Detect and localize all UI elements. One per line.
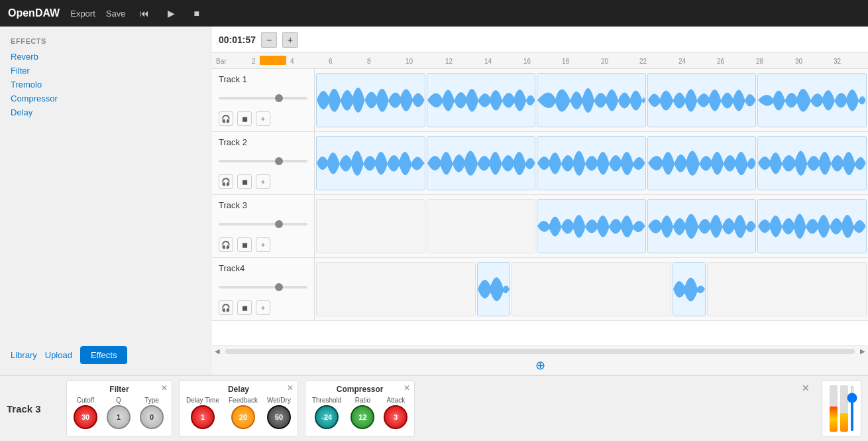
track-header-2: Track 2 🎧 ◼ + (212, 132, 315, 194)
clip-1-4[interactable] (647, 73, 757, 127)
master-volume-slider[interactable] (851, 385, 853, 432)
track-name-1: Track 1 (219, 74, 307, 84)
tracks-area: Track 1 🎧 ◼ + (212, 69, 868, 346)
bar-label-26: 26 (717, 57, 724, 64)
bar-label-bar: Bar (216, 57, 227, 64)
track-controls-4: 🎧 ◼ + (219, 300, 307, 315)
timer-minus-button[interactable]: − (261, 32, 277, 48)
upload-link[interactable]: Upload (45, 350, 72, 360)
stop-button[interactable]: ■ (190, 7, 203, 20)
track-header-1: Track 1 🎧 ◼ + (212, 69, 315, 131)
clip-2-5[interactable] (757, 136, 867, 190)
filter-cutoff-knob[interactable]: 30 (74, 405, 97, 429)
scroll-left-arrow[interactable]: ◀ (212, 347, 223, 355)
delay-wetdry-knob[interactable]: 50 (267, 405, 291, 429)
effect-compressor[interactable]: Compressor (11, 94, 201, 103)
comp-ratio-knob[interactable]: 12 (351, 405, 374, 429)
track-volume-2[interactable] (219, 160, 307, 162)
clip-3-4[interactable] (647, 199, 757, 253)
effect-panel-delay-close[interactable]: ✕ (287, 383, 294, 393)
bar-label-4: 4 (290, 57, 294, 64)
bar-ruler: Bar 2 4 6 8 10 12 14 16 18 20 22 24 26 2… (212, 53, 868, 69)
export-link[interactable]: Export (70, 9, 95, 19)
clip-4-5 (707, 262, 867, 316)
track-volume-3[interactable] (219, 223, 307, 225)
effect-panel-delay: ✕ Delay Delay Time 1 Feedback 20 Wet/Dry… (179, 380, 298, 437)
track-clips-2 (315, 132, 868, 194)
clip-1-2[interactable] (427, 73, 536, 127)
comp-ratio-param: Ratio 12 (351, 397, 374, 429)
clip-4-4[interactable] (673, 262, 706, 316)
comp-threshold-label: Threshold (312, 397, 341, 404)
track-mute-3[interactable]: ◼ (237, 237, 252, 252)
effect-panel-filter-params: Cutoff 30 Q 1 Type 0 (74, 397, 165, 429)
effect-reverb[interactable]: Reverb (11, 52, 201, 62)
scroll-right-arrow[interactable]: ▶ (857, 347, 868, 355)
sidebar-footer: Library Upload Effects (11, 346, 201, 364)
scrollbar-track[interactable] (225, 349, 855, 354)
clip-3-2 (427, 199, 536, 253)
comp-attack-param: Attack 3 (384, 397, 407, 429)
clip-2-1[interactable] (316, 136, 425, 190)
filter-q-knob[interactable]: 1 (107, 405, 131, 429)
track-mute-2[interactable]: ◼ (237, 174, 252, 189)
track-volume-4[interactable] (219, 286, 307, 288)
track-add-1[interactable]: + (256, 111, 270, 126)
volume-meter (822, 380, 861, 437)
track-headphones-3[interactable]: 🎧 (219, 237, 233, 252)
delay-feedback-knob[interactable]: 20 (231, 405, 255, 429)
track-controls-3: 🎧 ◼ + (219, 237, 307, 252)
effect-delay[interactable]: Delay (11, 107, 201, 117)
bottom-panel-close-button[interactable]: ✕ (802, 383, 810, 393)
track-add-3[interactable]: + (256, 237, 270, 252)
track-headphones-4[interactable]: 🎧 (219, 300, 233, 315)
track-mute-4[interactable]: ◼ (237, 300, 252, 315)
clip-4-2[interactable] (477, 262, 510, 316)
play-button[interactable]: ▶ (164, 7, 179, 20)
sidebar-effects-section: EFFECTS Reverb Filter Tremolo Compressor… (11, 37, 201, 121)
comp-threshold-param: Threshold -24 (312, 397, 341, 429)
track-add-2[interactable]: + (256, 174, 270, 189)
clip-3-3[interactable] (537, 199, 646, 253)
delay-time-knob[interactable]: 1 (191, 405, 215, 429)
filter-type-knob[interactable]: 0 (140, 405, 164, 429)
topbar: OpenDAW Export Save ⏮ ▶ ■ (0, 0, 868, 27)
track-mute-1[interactable]: ◼ (237, 111, 252, 126)
clip-2-4[interactable] (647, 136, 757, 190)
filter-q-param: Q 1 (107, 397, 131, 429)
filter-type-label: Type (144, 397, 159, 404)
effects-label: EFFECTS (11, 37, 201, 45)
bar-label-18: 18 (562, 57, 569, 64)
track-name-3: Track 3 (219, 200, 307, 210)
clip-2-2[interactable] (427, 136, 536, 190)
effect-panel-filter-close[interactable]: ✕ (161, 383, 168, 393)
effect-filter[interactable]: Filter (11, 66, 201, 76)
track-header-3: Track 3 🎧 ◼ + (212, 195, 315, 257)
clip-2-3[interactable] (537, 136, 646, 190)
library-link[interactable]: Library (11, 350, 37, 360)
track-headphones-1[interactable]: 🎧 (219, 111, 233, 126)
effect-tremolo[interactable]: Tremolo (11, 80, 201, 90)
track-volume-1[interactable] (219, 97, 307, 99)
bar-label-32: 32 (834, 57, 841, 64)
effect-panel-compressor-params: Threshold -24 Ratio 12 Attack 3 (312, 397, 407, 429)
effect-panel-compressor-close[interactable]: ✕ (404, 383, 410, 393)
bar-label-20: 20 (601, 57, 608, 64)
effects-button[interactable]: Effects (80, 346, 128, 364)
save-link[interactable]: Save (106, 9, 126, 19)
clip-1-5[interactable] (757, 73, 867, 127)
comp-attack-knob[interactable]: 3 (384, 405, 407, 429)
clip-3-5[interactable] (757, 199, 867, 253)
track-add-4[interactable]: + (256, 300, 270, 315)
clip-1-1[interactable] (316, 73, 425, 127)
comp-threshold-knob[interactable]: -24 (315, 405, 339, 429)
track-headphones-2[interactable]: 🎧 (219, 174, 233, 189)
effect-panel-compressor: ✕ Compressor Threshold -24 Ratio 12 Atta… (305, 380, 415, 437)
playhead-marker (260, 56, 286, 65)
delay-wetdry-label: Wet/Dry (267, 397, 291, 404)
timer-plus-button[interactable]: + (282, 32, 298, 48)
rewind-button[interactable]: ⏮ (136, 7, 153, 20)
clip-1-3[interactable] (537, 73, 646, 127)
add-track-button[interactable]: ⊕ (535, 358, 545, 373)
track-clips-1 (315, 69, 868, 131)
